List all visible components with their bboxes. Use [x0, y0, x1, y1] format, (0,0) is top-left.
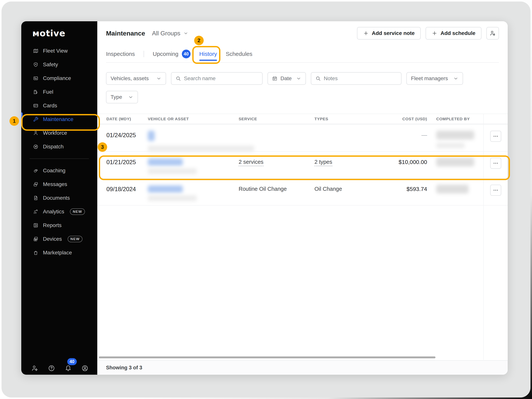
- help-icon[interactable]: [48, 365, 55, 372]
- sidebar-nav: Fleet View Safety Compliance Fuel Cards …: [21, 44, 97, 260]
- tab-history[interactable]: History: [199, 48, 217, 60]
- type-filter[interactable]: Type: [106, 91, 138, 103]
- vehicles-assets-filter[interactable]: Vehicles, assets: [106, 72, 166, 85]
- new-badge: NEW: [70, 209, 85, 215]
- sidebar-item-workforce[interactable]: Workforce: [21, 126, 97, 140]
- row-date: 01/24/2025: [106, 132, 148, 139]
- sidebar-item-devices[interactable]: Devices NEW: [21, 232, 97, 246]
- app-window: ᴍotive Fleet View Safety Compliance Fuel…: [21, 21, 508, 375]
- redacted-subtext: [148, 146, 254, 152]
- ellipsis-icon: [493, 187, 499, 193]
- notes-input[interactable]: [324, 76, 397, 82]
- type-filter-label: Type: [111, 94, 122, 100]
- ellipsis-icon: [493, 133, 499, 139]
- horizontal-scrollbar[interactable]: [99, 356, 436, 358]
- chart-icon: [33, 209, 38, 214]
- notes-search-box: [311, 72, 401, 85]
- table-row-3[interactable]: 09/18/2024 Routine Oil Change Oil Change…: [97, 179, 508, 206]
- column-header-completed-by: COMPLETED BY: [427, 117, 484, 121]
- actions-column-divider: [483, 114, 484, 360]
- status-bar: Showing 3 of 3: [97, 360, 508, 375]
- sidebar-item-fleet-view[interactable]: Fleet View: [21, 44, 97, 58]
- sidebar-item-compliance[interactable]: Compliance: [21, 71, 97, 85]
- redacted-vehicle-link: [148, 185, 183, 193]
- redacted-name: [436, 185, 469, 193]
- add-service-note-button[interactable]: Add service note: [357, 27, 421, 39]
- tab-label: History: [199, 51, 217, 57]
- table-header: DATE (MDY) VEHICLE OR ASSET SERVICE TYPE…: [97, 114, 508, 124]
- row-actions: [484, 132, 508, 142]
- redacted-vehicle-link: [148, 158, 183, 166]
- table-row-2[interactable]: 01/21/2025 2 services 2 types $10,000.00: [97, 152, 508, 179]
- document-icon: [33, 195, 38, 201]
- sidebar-item-marketplace[interactable]: Marketplace: [21, 246, 97, 260]
- column-header-types: TYPES: [314, 117, 383, 121]
- sidebar-divider: [30, 158, 89, 159]
- manage-users-button[interactable]: [486, 27, 499, 39]
- row-menu-button[interactable]: [490, 158, 501, 169]
- tab-inspections[interactable]: Inspections: [106, 48, 135, 60]
- profile-icon[interactable]: [81, 365, 89, 372]
- date-filter[interactable]: Date: [267, 72, 306, 85]
- row-service: 2 services: [239, 159, 314, 165]
- sidebar-item-analytics[interactable]: Analytics NEW: [21, 205, 97, 218]
- sidebar-item-label: Devices: [43, 236, 62, 242]
- row-date: 09/18/2024: [106, 186, 148, 193]
- device-icon: [33, 236, 38, 242]
- column-header-service: SERVICE: [239, 117, 314, 121]
- tab-upcoming[interactable]: Upcoming 40: [153, 48, 190, 60]
- row-completed-by: [427, 132, 484, 148]
- annotation-badge-3: 3: [98, 142, 107, 152]
- search-icon: [315, 76, 321, 81]
- row-menu-button[interactable]: [490, 185, 501, 196]
- showing-count: Showing 3 of 3: [106, 365, 142, 371]
- row-service: Routine Oil Change: [239, 186, 314, 192]
- sidebar-item-dispatch[interactable]: Dispatch: [21, 140, 97, 153]
- sidebar: ᴍotive Fleet View Safety Compliance Fuel…: [21, 21, 97, 375]
- user-settings-icon[interactable]: [31, 365, 38, 372]
- plus-icon: [432, 30, 437, 36]
- row-menu-button[interactable]: [490, 131, 501, 142]
- sidebar-footer: 40: [21, 362, 97, 374]
- search-name-box: [171, 72, 263, 85]
- services-link[interactable]: 2 services: [239, 159, 264, 166]
- date-filter-label: Date: [280, 76, 292, 82]
- redacted-name: [436, 131, 474, 139]
- row-actions: [484, 186, 508, 196]
- row-date: 01/21/2025: [106, 159, 148, 166]
- row-cost: $10,000.00: [383, 159, 427, 165]
- bag-icon: [33, 250, 38, 255]
- group-selector[interactable]: All Groups: [152, 30, 188, 37]
- sidebar-item-maintenance[interactable]: Maintenance: [21, 113, 97, 126]
- types-link[interactable]: 2 types: [314, 159, 332, 166]
- sidebar-item-label: Fuel: [43, 89, 53, 95]
- tabs-divider: [106, 62, 499, 63]
- vehicles-assets-label: Vehicles, assets: [111, 76, 149, 82]
- fleet-managers-label: Fleet managers: [411, 76, 448, 82]
- add-schedule-button[interactable]: Add schedule: [426, 27, 481, 39]
- row-vehicle: [148, 132, 239, 152]
- notification-count-badge: 40: [67, 358, 77, 365]
- ellipsis-icon: [493, 160, 499, 166]
- tab-schedules[interactable]: Schedules: [226, 48, 252, 60]
- row-completed-by: [427, 186, 484, 193]
- sidebar-item-coaching[interactable]: Coaching: [21, 164, 97, 177]
- sidebar-item-fuel[interactable]: Fuel: [21, 85, 97, 99]
- whistle-icon: [33, 168, 38, 173]
- search-name-input[interactable]: [184, 76, 258, 82]
- sidebar-item-safety[interactable]: Safety: [21, 58, 97, 71]
- tab-separator: [144, 51, 144, 57]
- map-icon: [33, 48, 38, 54]
- sidebar-item-label: Marketplace: [43, 250, 72, 256]
- group-selector-label: All Groups: [152, 30, 180, 37]
- sidebar-item-messages[interactable]: Messages: [21, 177, 97, 191]
- fleet-managers-filter[interactable]: Fleet managers: [406, 72, 463, 85]
- calendar-icon: [272, 76, 277, 81]
- sidebar-item-reports[interactable]: Reports: [21, 218, 97, 232]
- notifications[interactable]: 40: [65, 364, 72, 372]
- sidebar-item-documents[interactable]: Documents: [21, 191, 97, 205]
- sidebar-item-label: Maintenance: [43, 116, 73, 122]
- table-row-1[interactable]: 01/24/2025 —: [97, 125, 508, 152]
- compliance-icon: [33, 76, 38, 81]
- sidebar-item-cards[interactable]: Cards: [21, 99, 97, 113]
